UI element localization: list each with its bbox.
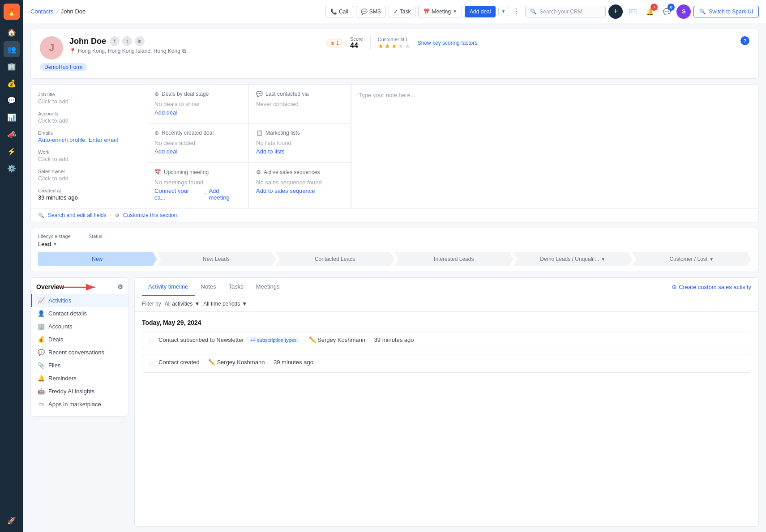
user-avatar[interactable]: S [676, 4, 691, 19]
filter-activities-dropdown[interactable]: All activities ▼ [165, 301, 200, 307]
switch-spark-button[interactable]: 🔍 Switch to Spark UI [693, 6, 759, 17]
stage-new-leads[interactable]: New Leads [157, 252, 276, 266]
tab-notes[interactable]: Notes [195, 278, 223, 296]
notes-col[interactable]: Type your note here... [351, 85, 555, 208]
search-edit-link[interactable]: Search and edit all fields [48, 212, 107, 218]
star-button-1[interactable]: ☆ [148, 337, 154, 345]
accounts-label: Accounts [48, 323, 72, 330]
meeting-button[interactable]: 📅 Meeting ▼ [418, 6, 462, 17]
notification-bell[interactable]: 🔔 7 [642, 4, 657, 19]
activity-main-2: Contact created · ✏️ Sergey Koshmann · 3… [158, 359, 745, 366]
customize-link[interactable]: Customize this section [123, 212, 177, 218]
nav-sequences[interactable]: ⚡ [4, 143, 20, 159]
sales-sequences-title: ⚙ Active sales sequences [256, 169, 343, 175]
pen-icon-1: ✏️ [309, 336, 316, 343]
work-value[interactable]: Click to add [38, 156, 140, 162]
nav-contacts[interactable]: 👥 [4, 41, 20, 57]
contact-tag[interactable]: DemoHub Form [40, 63, 87, 71]
deals-stage-empty: No deals to show [154, 101, 241, 107]
task-button[interactable]: ✓ Task [389, 6, 416, 17]
chat-notification[interactable]: 💬 8 [659, 4, 674, 19]
last-contacted-icon: 💬 [256, 91, 263, 97]
create-custom-activity[interactable]: ⊕ Create custom sales activity [672, 278, 751, 296]
emails-value[interactable]: Auto-enrich profile. Enter email [38, 136, 140, 143]
sales-sequences-action[interactable]: Add to sales sequence [256, 187, 343, 194]
score-value: 44 [350, 42, 363, 50]
overview-reminders[interactable]: 🔔 Reminders [31, 372, 128, 385]
demo-caret: ▼ [601, 257, 605, 262]
stage-interested[interactable]: Interested Leads [394, 252, 514, 266]
show-factors-link[interactable]: Show key scoring factors [418, 40, 477, 46]
overview-freddy-ai[interactable]: 🤖 Freddy AI insights [31, 385, 128, 398]
nav-deals[interactable]: 💰 [4, 75, 20, 91]
more-options-button[interactable]: ⋮ [511, 5, 522, 18]
dot-sep-4: · [268, 359, 270, 366]
nav-conversations[interactable]: 💬 [4, 92, 20, 108]
activity-content: Today, May 29, 2024 ☆ Contact subscribed… [135, 312, 758, 526]
marketplace-icon: 🛍 [38, 401, 45, 408]
mail-icon: ✉️ [629, 8, 637, 15]
nav-home[interactable]: 🏠 [4, 24, 20, 40]
dot-sep-2: · [369, 336, 371, 343]
create-button[interactable]: + [608, 4, 623, 19]
stage-customer[interactable]: Customer / Lost ▼ [632, 252, 752, 266]
nav-settings[interactable]: ⚙️ [4, 160, 20, 176]
marketing-lists-section: 📋 Marketing lists No lists found Add to … [249, 123, 351, 162]
add-meeting-action[interactable]: Add meeting [209, 187, 241, 201]
nav-accounts[interactable]: 🏢 [4, 58, 20, 74]
marketing-lists-action[interactable]: Add to lists [256, 148, 343, 155]
sms-button[interactable]: 💬 SMS [356, 6, 386, 17]
overview-gear-icon[interactable]: ⚙ [117, 283, 123, 290]
twitter-icon[interactable]: t [122, 36, 132, 46]
upcoming-meeting-empty: No meetings found [154, 179, 241, 186]
job-title-value[interactable]: Click to add [38, 98, 140, 105]
add-deal-button[interactable]: Add deal [465, 6, 496, 17]
tab-tasks[interactable]: Tasks [223, 278, 250, 296]
activity-time-2: 39 minutes ago [274, 359, 313, 366]
lifecycle-stage-label: Lifecycle stage [38, 234, 71, 239]
search-box[interactable]: 🔍 Search your CRM [525, 6, 606, 17]
mail-button[interactable]: ✉️ [625, 4, 640, 19]
connect-calendar-link[interactable]: Connect your ca... [154, 187, 201, 201]
help-icon[interactable]: ? [740, 36, 749, 45]
created-at-field: Created at 39 minutes ago [38, 188, 140, 201]
filter-time-dropdown[interactable]: All time periods ▼ [203, 301, 247, 307]
accounts-value[interactable]: Click to add [38, 117, 140, 124]
copy-icon[interactable]: ⧉ [182, 48, 186, 54]
overview-activities[interactable]: 📈 Activities [31, 294, 128, 307]
brand-logo[interactable]: 🔥 [4, 4, 20, 20]
facebook-icon[interactable]: f [110, 36, 120, 46]
stage-contacted[interactable]: Contacted Leads [275, 252, 395, 266]
breadcrumb-parent[interactable]: Contacts [30, 8, 53, 15]
activity-badge-1: +4 subscription types [247, 337, 300, 343]
add-deal-dropdown[interactable]: ▼ [498, 7, 508, 16]
stage-demo[interactable]: Demo Leads / Unqualif... ▼ [513, 252, 633, 266]
recent-deal-action[interactable]: Add deal [154, 148, 241, 155]
overview-conversations[interactable]: 💬 Recent conversations [31, 346, 128, 359]
tab-meetings[interactable]: Meetings [250, 278, 286, 296]
activities-icon: 📈 [38, 297, 45, 304]
overview-contact-details[interactable]: 👤 Contact details [31, 307, 128, 320]
deals-stage-action[interactable]: Add deal [154, 109, 241, 116]
nav-rocket[interactable]: 🚀 [4, 512, 20, 528]
overview-marketplace[interactable]: 🛍 Apps in marketplace [31, 398, 128, 411]
contact-location-text: Hong Kong, Hong Kong Island, Hong Kong [78, 48, 180, 54]
overview-accounts[interactable]: 🏢 Accounts [31, 320, 128, 333]
meeting-caret: ▼ [453, 9, 457, 14]
overview-deals[interactable]: 💰 Deals [31, 333, 128, 346]
overview-files[interactable]: 📎 Files [31, 359, 128, 372]
accounts-icon: 🏢 [38, 323, 45, 330]
star-rating: ★ ★ ★ ★ ★ [378, 43, 411, 50]
bell-badge: 7 [650, 4, 658, 11]
linkedin-icon[interactable]: in [135, 36, 145, 46]
stage-new[interactable]: New [38, 252, 157, 266]
sales-owner-value[interactable]: Click to add [38, 175, 140, 182]
tab-activity-timeline[interactable]: Activity timeline [142, 278, 195, 296]
nav-campaigns[interactable]: 📣 [4, 126, 20, 142]
lifecycle-stage-value[interactable]: Lead ▼ [38, 241, 71, 247]
star-button-2[interactable]: ☆ [148, 359, 154, 368]
location-icon: 📍 [69, 48, 76, 54]
nav-reports[interactable]: 📊 [4, 109, 20, 125]
call-button[interactable]: 📞 Call [325, 6, 353, 17]
call-icon: 📞 [330, 9, 337, 15]
